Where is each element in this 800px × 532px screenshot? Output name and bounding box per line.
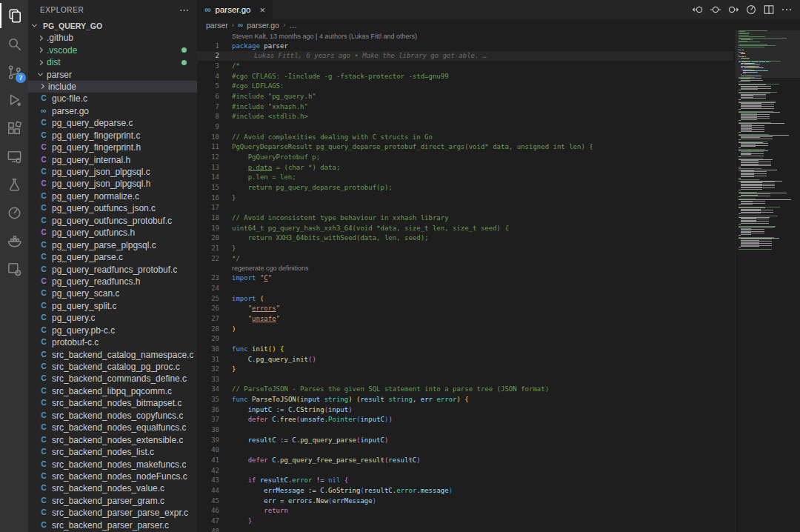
code-line[interactable]: 23import "C" <box>197 273 733 283</box>
search-icon[interactable] <box>0 31 28 56</box>
tree-item-pg-query-readfuncs-protobuf-c[interactable]: Cpg_query_readfuncs_protobuf.c <box>28 263 197 275</box>
docker-icon[interactable] <box>0 228 28 253</box>
code-line[interactable]: 19uint64_t pg_query_hash_xxh3_64(void *d… <box>197 223 733 233</box>
code-line[interactable]: 17 <box>197 203 733 213</box>
code-line[interactable]: 34// ParseToJSON - Parses the given SQL … <box>197 385 733 395</box>
code-line[interactable]: 40 <box>197 445 733 456</box>
tree-item-src-backend-parser-parser-c[interactable]: Csrc_backend_parser_parser.c <box>28 519 197 531</box>
tree-item-pg-query-scan-c[interactable]: Cpg_query_scan.c <box>28 287 197 299</box>
tree-item-src-backend-parser-gram-c[interactable]: Csrc_backend_parser_gram.c <box>28 495 197 507</box>
code-line[interactable]: 42 <box>197 465 733 476</box>
code-line[interactable]: 36 inputC := C.CString(input) <box>197 405 733 415</box>
tree-item-pg-query-fingerprint-c[interactable]: Cpg_query_fingerprint.c <box>28 130 197 142</box>
tree-item-pg-query-deparse-c[interactable]: Cpg_query_deparse.c <box>28 117 197 129</box>
code-line[interactable]: 47 } <box>197 516 733 526</box>
remote-explorer-icon[interactable] <box>0 144 28 169</box>
explorer-icon[interactable] <box>0 3 28 28</box>
tree-item-src-backend-nodes-value-c[interactable]: Csrc_backend_nodes_value.c <box>28 482 197 494</box>
tree-item-src-backend-nodes-makefuncs-c[interactable]: Csrc_backend_nodes_makefuncs.c <box>28 458 197 470</box>
run-debug-icon[interactable] <box>0 87 28 113</box>
code-line[interactable]: 48 <box>197 526 733 532</box>
code-line[interactable]: 45 err = errors.New(errMessage) <box>197 496 733 506</box>
code-line[interactable]: 9 <box>197 122 733 132</box>
code-line[interactable]: 1package parser <box>197 41 733 51</box>
code-line[interactable]: 12 PgQueryProtobuf p; <box>197 152 733 162</box>
gitlens-icon[interactable] <box>0 200 28 225</box>
code-line[interactable]: 16} <box>197 193 733 203</box>
tree-item-src-backend-nodes-list-c[interactable]: Csrc_backend_nodes_list.c <box>28 446 197 458</box>
tree-item-pg-query-outfuncs-protobuf-c[interactable]: Cpg_query_outfuncs_protobuf.c <box>28 215 197 227</box>
tree-item-pg-query-json-plpgsql-h[interactable]: Cpg_query_json_plpgsql.h <box>28 178 197 190</box>
tree-item-dist[interactable]: dist <box>28 56 197 68</box>
project-settings-icon[interactable] <box>0 256 28 282</box>
tree-item-pg-query-internal-h[interactable]: Cpg_query_internal.h <box>28 153 197 165</box>
tree-item--vscode[interactable]: .vscode <box>28 44 197 56</box>
code-line[interactable]: 2Lukas Fittl, 6 years ago • Make the lib… <box>197 51 733 61</box>
code-line[interactable]: 43 if resultC.error != nil { <box>197 476 733 486</box>
code-line[interactable]: 31 C.pg_query_init() <box>197 354 733 365</box>
tree-item-src-backend-nodes-bitmapset-c[interactable]: Csrc_backend_nodes_bitmapset.c <box>28 397 197 409</box>
tree-item-pg-query-pb-c-c[interactable]: Cpg_query.pb-c.c <box>28 325 197 336</box>
tree-item-parser[interactable]: parser <box>28 68 197 80</box>
code-line[interactable]: 41 defer C.pg_query_free_parse_result(re… <box>197 455 733 465</box>
breadcrumb-file[interactable]: parser.go <box>247 21 279 30</box>
codelens-regenerate[interactable]: regenerate cgo definitions <box>197 263 733 273</box>
file-history-icon[interactable] <box>745 4 757 16</box>
code-line[interactable]: 4#cgo CFLAGS: -Iinclude -g -fstack-prote… <box>197 71 733 82</box>
workspace-root-pg-query-go[interactable]: PG_QUERY_GO <box>28 19 197 32</box>
tree-item-pg-query-outfuncs-json-c[interactable]: Cpg_query_outfuncs_json.c <box>28 202 197 214</box>
tree-item-pg-query-parse-plpgsql-c[interactable]: Cpg_query_parse_plpgsql.c <box>28 239 197 250</box>
tree-item-pg-query-c[interactable]: Cpg_query.c <box>28 312 197 324</box>
tree-item-pg-query-fingerprint-h[interactable]: Cpg_query_fingerprint.h <box>28 142 197 153</box>
tree-item-src-backend-parser-parse-expr-c[interactable]: Csrc_backend_parser_parse_expr.c <box>28 507 197 519</box>
code-line[interactable]: 30func init() { <box>197 344 733 354</box>
sidebar-more-actions-icon[interactable]: ⋯ <box>179 4 190 16</box>
tree-item-src-backend-nodes-equalfuncs-c[interactable]: Csrc_backend_nodes_equalfuncs.c <box>28 422 197 433</box>
code-line[interactable]: 15 return pg_query_deparse_protobuf(p); <box>197 182 733 193</box>
tree-item-include[interactable]: include <box>28 81 197 93</box>
code-line[interactable]: 7#include "xxhash.h" <box>197 102 733 112</box>
code-line[interactable]: 8#include <stdlib.h> <box>197 112 733 122</box>
tree-item-src-backend-libpq-pqcomm-c[interactable]: Csrc_backend_libpq_pqcomm.c <box>28 385 197 397</box>
breadcrumb-folder[interactable]: parser <box>206 21 228 30</box>
testing-icon[interactable] <box>0 172 28 197</box>
code-line[interactable]: 27 "unsafe" <box>197 313 733 324</box>
next-change-icon[interactable] <box>727 4 739 16</box>
minimap[interactable] <box>735 30 800 532</box>
code-line[interactable]: 20 return XXH3_64bits_withSeed(data, len… <box>197 233 733 243</box>
tree-item-protobuf-c-c[interactable]: Cprotobuf-c.c <box>28 336 197 348</box>
tree-item-pg-query-json-plpgsql-c[interactable]: Cpg_query_json_plpgsql.c <box>28 166 197 178</box>
tree-item-src-backend-catalog-pg-proc-c[interactable]: Csrc_backend_catalog_pg_proc.c <box>28 361 197 373</box>
code-line[interactable]: 14 p.len = len; <box>197 173 733 183</box>
code-line[interactable]: 38 <box>197 425 733 435</box>
close-tab-icon[interactable]: × <box>260 4 266 16</box>
source-control-icon[interactable]: 7 <box>0 59 28 84</box>
code-line[interactable]: 25import ( <box>197 293 733 304</box>
code-editor[interactable]: Steven Kalt, 13 months ago | 4 authors (… <box>197 30 800 532</box>
tree-item-pg-query-readfuncs-h[interactable]: Cpg_query_readfuncs.h <box>28 276 197 287</box>
code-line[interactable]: 32} <box>197 364 733 374</box>
code-line[interactable]: 6#include "pg_query.h" <box>197 91 733 102</box>
tree-item-src-backend-nodes-nodefuncs-c[interactable]: Csrc_backend_nodes_nodeFuncs.c <box>28 471 197 482</box>
tree-item-parser-go[interactable]: ∞parser.go <box>28 105 197 117</box>
code-line[interactable]: 44 errMessage := C.GoString(resultC.erro… <box>197 485 733 496</box>
code-line[interactable]: 39 resultC := C.pg_query_parse(inputC) <box>197 435 733 445</box>
tree-item-pg-query-outfuncs-h[interactable]: Cpg_query_outfuncs.h <box>28 227 197 239</box>
previous-change-icon[interactable] <box>692 4 704 16</box>
code-line[interactable]: 26 "errors" <box>197 303 733 313</box>
tree-item-pg-query-parse-c[interactable]: Cpg_query_parse.c <box>28 251 197 263</box>
code-line[interactable]: 11PgQueryDeparseResult pg_query_deparse_… <box>197 142 733 153</box>
minimap-slider[interactable] <box>736 30 800 78</box>
open-changes-icon[interactable] <box>710 4 721 16</box>
tree-item-src-backend-nodes-copyfuncs-c[interactable]: Csrc_backend_nodes_copyfuncs.c <box>28 410 197 422</box>
code-line[interactable]: 35func ParseToJSON(input string) (result… <box>197 394 733 405</box>
code-line[interactable]: 5#cgo LDFLAGS: <box>197 82 733 92</box>
tree-item-pg-query-split-c[interactable]: Cpg_query_split.c <box>28 300 197 312</box>
code-line[interactable]: 18// Avoid inconsistent type behaviour i… <box>197 213 733 223</box>
code-line[interactable]: 37 defer C.free(unsafe.Pointer(inputC)) <box>197 415 733 425</box>
more-actions-icon[interactable] <box>781 4 793 16</box>
code-line[interactable]: 21} <box>197 243 733 253</box>
code-line[interactable]: 22*/ <box>197 253 733 264</box>
code-line[interactable]: 28) <box>197 324 733 334</box>
tree-item-src-backend-catalog-namespace-c[interactable]: Csrc_backend_catalog_namespace.c <box>28 348 197 360</box>
